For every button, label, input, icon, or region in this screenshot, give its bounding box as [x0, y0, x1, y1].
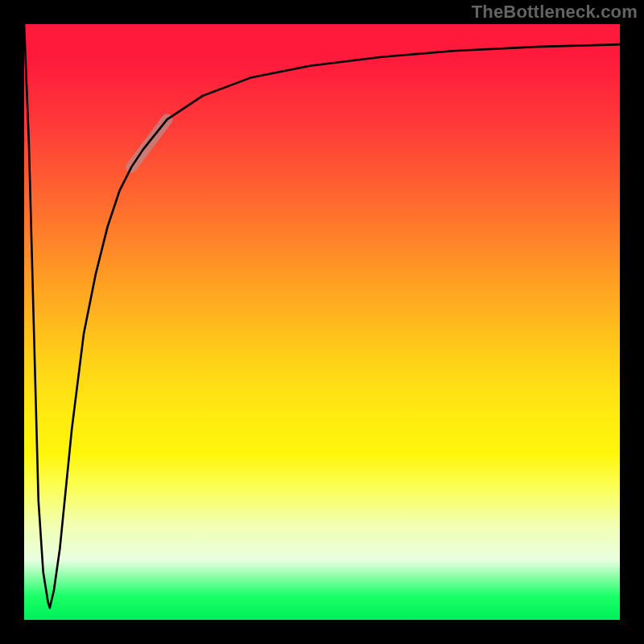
chart-container: TheBottleneck.com — [0, 0, 644, 644]
attribution-label: TheBottleneck.com — [472, 2, 638, 23]
curve-svg — [24, 24, 620, 620]
plot-area — [24, 24, 620, 620]
curve-path — [24, 24, 620, 608]
